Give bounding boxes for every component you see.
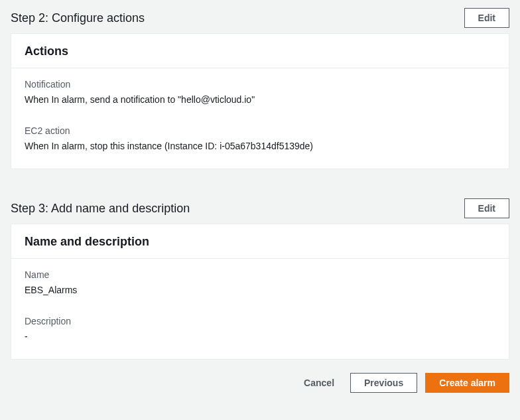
- notification-value: When In alarm, send a notification to "h…: [25, 94, 495, 107]
- name-label: Name: [25, 269, 495, 280]
- name-desc-panel: Name and description Name EBS_Alarms Des…: [11, 224, 509, 360]
- create-alarm-button[interactable]: Create alarm: [425, 373, 509, 393]
- name-desc-panel-header: Name and description: [11, 224, 509, 259]
- wizard-footer: Cancel Previous Create alarm: [0, 360, 520, 393]
- previous-button[interactable]: Previous: [350, 373, 417, 393]
- notification-field: Notification When In alarm, send a notif…: [25, 79, 495, 107]
- cancel-button[interactable]: Cancel: [296, 374, 342, 392]
- step2-edit-button[interactable]: Edit: [464, 8, 509, 28]
- description-value: -: [25, 330, 495, 344]
- ec2action-value: When In alarm, stop this instance (Insta…: [25, 140, 495, 153]
- ec2action-field: EC2 action When In alarm, stop this inst…: [25, 125, 495, 153]
- ec2action-label: EC2 action: [25, 125, 495, 136]
- actions-panel-title: Actions: [25, 44, 495, 58]
- name-desc-panel-body: Name EBS_Alarms Description -: [11, 259, 509, 359]
- step2-section: Step 2: Configure actions Edit Actions N…: [0, 0, 520, 169]
- description-label: Description: [25, 316, 495, 326]
- step3-section: Step 3: Add name and description Edit Na…: [0, 190, 520, 360]
- step2-header: Step 2: Configure actions Edit: [5, 5, 515, 33]
- section-gap: [0, 169, 520, 190]
- actions-panel-header: Actions: [11, 34, 509, 68]
- name-value: EBS_Alarms: [25, 284, 495, 297]
- step3-edit-button[interactable]: Edit: [464, 198, 509, 218]
- step2-title: Step 2: Configure actions: [11, 11, 145, 25]
- actions-panel-body: Notification When In alarm, send a notif…: [11, 68, 509, 169]
- name-field: Name EBS_Alarms: [25, 269, 495, 297]
- notification-label: Notification: [25, 79, 495, 90]
- actions-panel: Actions Notification When In alarm, send…: [11, 33, 509, 169]
- step3-header: Step 3: Add name and description Edit: [5, 196, 515, 224]
- name-desc-panel-title: Name and description: [25, 235, 495, 249]
- description-field: Description -: [25, 316, 495, 344]
- step3-title: Step 3: Add name and description: [11, 202, 190, 216]
